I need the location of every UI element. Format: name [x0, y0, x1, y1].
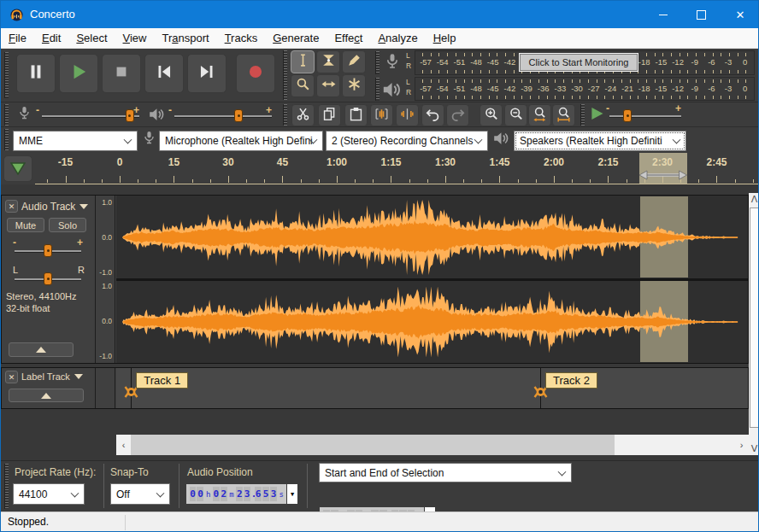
mixer-toolbar-grip[interactable] — [4, 104, 9, 126]
label-text-box[interactable]: Track 1 — [136, 372, 188, 389]
tools-toolbar-grip[interactable] — [283, 50, 287, 100]
play-icon — [68, 61, 90, 86]
silence-button[interactable] — [396, 104, 419, 126]
playback-meter[interactable]: -57-54-51-48-45-42-39-36-33-30-27-24-21-… — [415, 77, 755, 101]
audio-track-waveform[interactable] — [116, 196, 748, 363]
audio-track-vertical-ruler[interactable]: 1.00.0-1.01.00.0-1.0 — [97, 196, 115, 363]
audio-track-close-button[interactable]: ✕ — [5, 200, 18, 213]
close-button[interactable]: ✕ — [721, 1, 759, 28]
selection-drag-handle[interactable] — [639, 168, 687, 178]
stop-button[interactable] — [102, 54, 141, 93]
time-field-dropdown[interactable]: ▼ — [286, 484, 297, 504]
recording-meter-grip[interactable] — [375, 51, 380, 74]
recording-channels-select[interactable]: 2 (Stereo) Recording Channels — [326, 131, 488, 151]
time-shift-tool-button[interactable] — [316, 74, 340, 97]
envelope-tool-button[interactable] — [316, 50, 340, 73]
cut-button[interactable] — [291, 104, 315, 126]
skip-start-button[interactable] — [144, 54, 184, 93]
recording-volume-slider[interactable] — [42, 115, 139, 117]
label-track-area[interactable]: Track 1Track 2 — [116, 368, 748, 408]
mute-button[interactable]: Mute — [7, 218, 44, 232]
label-track-close-button[interactable]: ✕ — [5, 371, 18, 383]
menu-item-file[interactable]: File — [1, 28, 34, 49]
speed-slider-thumb[interactable] — [623, 109, 632, 122]
label-track-collapse-button[interactable] — [9, 389, 84, 402]
play-button[interactable] — [59, 54, 98, 93]
multi-tool-tool-button[interactable] — [342, 74, 366, 97]
record-button[interactable] — [236, 54, 275, 93]
snap-to-select[interactable]: Off — [110, 483, 170, 505]
scroll-right-arrow[interactable]: › — [734, 435, 749, 455]
playback-volume-slider[interactable] — [174, 115, 272, 117]
edit-toolbar-grip[interactable] — [283, 104, 287, 126]
skip-end-button[interactable] — [187, 54, 227, 93]
transport-toolbar-grip[interactable] — [4, 52, 9, 98]
menu-item-edit[interactable]: Edit — [34, 28, 68, 49]
scroll-left-arrow[interactable]: ‹ — [116, 435, 131, 455]
label-track-title-menu[interactable]: Label Track — [21, 371, 83, 382]
draw-tool-button[interactable] — [342, 50, 366, 73]
zoom-project-button[interactable] — [552, 104, 575, 126]
play-at-speed-button[interactable] — [588, 105, 606, 126]
menu-item-effect[interactable]: Effect — [327, 28, 370, 49]
monitoring-tooltip-text: Click to Start Monitoring — [529, 57, 629, 67]
recording-device-mic-icon — [141, 130, 157, 149]
green-triangle-icon — [10, 162, 26, 175]
menu-item-analyze[interactable]: Analyze — [370, 28, 425, 49]
trim-button[interactable] — [370, 104, 393, 126]
maximize-button[interactable] — [682, 1, 721, 28]
minimize-button[interactable] — [644, 1, 682, 28]
redo-button[interactable] — [446, 104, 469, 126]
paste-button[interactable] — [344, 104, 368, 126]
selection-mode-select[interactable]: Start and End of Selection — [319, 463, 572, 482]
menu-item-transport[interactable]: Transport — [154, 28, 216, 49]
recording-meter-right-label: R — [406, 62, 411, 70]
audio-host-select[interactable]: MME — [13, 131, 138, 151]
pan-slider-thumb[interactable] — [44, 272, 52, 285]
vertical-scrollbar[interactable]: ᐱ ᐯ — [749, 193, 759, 455]
selection-toolbar-grip[interactable] — [4, 464, 9, 509]
device-toolbar-grip[interactable] — [4, 129, 9, 150]
horizontal-scrollbar[interactable]: ‹ › — [116, 435, 749, 455]
label-text-box[interactable]: Track 2 — [545, 372, 597, 389]
undo-button[interactable] — [421, 104, 444, 126]
menu-item-view[interactable]: View — [115, 28, 155, 49]
audio-track-collapse-button[interactable] — [9, 342, 74, 357]
zoom-selection-button[interactable] — [528, 104, 551, 126]
menu-bar: FileEditSelectViewTransportTracksGenerat… — [1, 28, 758, 49]
menu-item-generate[interactable]: Generate — [265, 28, 327, 49]
timeline-ruler[interactable]: -1501530451:001:151:301:452:002:152:302:… — [35, 153, 759, 184]
playback-meter-grip[interactable] — [375, 78, 380, 101]
audio-track-title-menu[interactable]: Audio Track — [21, 201, 88, 213]
timeline-options-button[interactable] — [3, 155, 32, 182]
play-at-speed-grip[interactable] — [580, 104, 585, 126]
playback-device-select[interactable]: Speakers (Realtek High Definiti — [514, 131, 686, 151]
zoom-in-button[interactable] — [480, 104, 503, 126]
zoom-tool-button[interactable] — [291, 74, 315, 97]
solo-button[interactable]: Solo — [49, 218, 86, 232]
label-track-control-panel: ✕ Label Track — [2, 368, 96, 408]
ruler-minor-tick — [47, 179, 48, 183]
zoom-out-button[interactable] — [504, 104, 527, 126]
menu-item-tracks[interactable]: Tracks — [217, 28, 266, 49]
audio-position-field[interactable]: 00h02m23.653s▼ — [185, 483, 298, 505]
gain-slider-thumb[interactable] — [44, 244, 52, 257]
copy-button[interactable] — [318, 104, 341, 126]
menu-item-select[interactable]: Select — [68, 28, 115, 49]
scroll-down-arrow[interactable]: ᐯ — [749, 442, 759, 455]
horizontal-scroll-thumb[interactable] — [131, 435, 615, 455]
ruler-major-tick — [66, 176, 67, 183]
recording-device-select[interactable]: Microphone (Realtek High Defini — [159, 131, 323, 151]
speed-slider[interactable] — [609, 115, 681, 117]
selection-tool-button[interactable] — [291, 50, 315, 73]
menu-item-help[interactable]: Help — [426, 28, 464, 49]
project-rate-select[interactable]: 44100 — [13, 483, 85, 505]
pause-button[interactable] — [16, 54, 56, 93]
ruler-major-tick — [120, 176, 121, 183]
monitoring-tooltip[interactable]: Click to Start Monitoring — [520, 54, 638, 71]
ruler-major-tick — [499, 176, 500, 183]
title-bar[interactable]: Concerto ✕ — [1, 1, 758, 28]
vertical-scroll-thumb[interactable] — [750, 208, 759, 428]
scroll-up-arrow[interactable]: ᐱ — [749, 193, 759, 206]
playback-volume-thumb[interactable] — [234, 109, 243, 122]
